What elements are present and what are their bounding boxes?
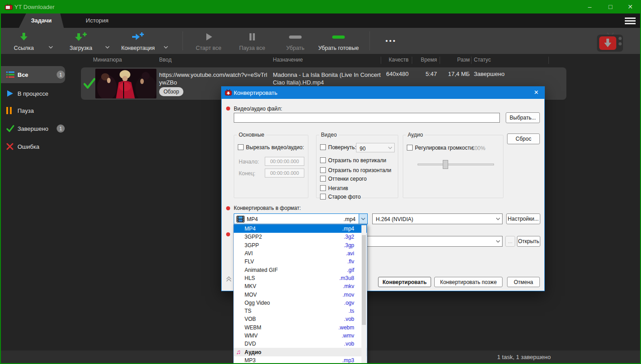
tab-history[interactable]: История: [76, 13, 119, 28]
format-option[interactable]: MP3.mp3: [234, 356, 367, 364]
reset-button[interactable]: Сброс: [507, 133, 540, 144]
open-folder-button[interactable]: Открыть: [517, 236, 540, 247]
quality-value: 640x480: [374, 71, 409, 77]
add-conversion-button[interactable]: Конвертация: [116, 28, 160, 54]
settings-button[interactable]: Настройки...: [506, 213, 540, 224]
volume-slider-handle[interactable]: [443, 160, 448, 169]
remove-button[interactable]: Убрать: [279, 28, 312, 54]
add-download-button[interactable]: Загрузка: [63, 28, 99, 54]
sidebar-item-error[interactable]: Ошибка: [1, 138, 73, 155]
group-video: Видео Повернуть: 90 Отразить по вертикал…: [316, 132, 398, 198]
chevron-down-icon: [386, 143, 394, 152]
format-option[interactable]: MKV.mkv: [234, 282, 367, 290]
format-option[interactable]: Animated GIF.gif: [234, 266, 367, 274]
column-header-destination[interactable]: Назначение: [273, 57, 303, 63]
file-path-input[interactable]: [234, 113, 500, 123]
group-audio-title: Аудио: [406, 132, 425, 138]
format-option[interactable]: AVI.avi: [234, 249, 367, 257]
rotate-checkbox[interactable]: [320, 144, 326, 150]
rotate-select[interactable]: 90: [356, 143, 395, 152]
dropdown-scrollbar[interactable]: [361, 225, 366, 364]
start-label: Начало:: [239, 159, 259, 165]
negative-checkbox[interactable]: [320, 185, 326, 191]
format-option[interactable]: MP4.mp4: [234, 225, 367, 233]
arrow-down-icon: [19, 31, 29, 42]
menu-icon[interactable]: [625, 17, 637, 25]
toolbar-separator: [369, 31, 370, 50]
column-header-size[interactable]: Разм: [442, 57, 470, 63]
start-time-input[interactable]: 00:00:00.000: [265, 157, 304, 166]
tab-tasks[interactable]: Задачи: [19, 13, 64, 28]
toolbar-separator: [183, 31, 183, 50]
format-option[interactable]: 3GPP.3gp: [234, 241, 367, 249]
sidebar-item-completed[interactable]: Завершено 1: [1, 120, 73, 137]
close-button[interactable]: ✕: [620, 0, 640, 13]
grayscale-checkbox[interactable]: [320, 176, 326, 182]
column-separator: [440, 57, 440, 64]
pause-all-button[interactable]: Пауза все: [233, 28, 272, 54]
old-photo-checkbox[interactable]: [320, 194, 326, 200]
cut-checkbox[interactable]: [238, 144, 244, 150]
remove-dash-icon: [289, 31, 302, 42]
pause-icon: [249, 31, 256, 42]
app-logo-icon: [5, 4, 13, 10]
column-header-thumbnail[interactable]: Миниатюра: [93, 57, 122, 63]
column-separator: [471, 57, 472, 64]
remove-completed-button[interactable]: Убрать готовые: [315, 28, 362, 54]
volume-checkbox[interactable]: [407, 145, 413, 151]
volume-slider-track[interactable]: [418, 164, 494, 165]
format-option[interactable]: TS.ts: [234, 307, 367, 315]
time-value: 5:47: [415, 71, 437, 77]
column-header-input[interactable]: Ввод: [159, 57, 172, 63]
group-basic: Основные Вырезать видео/аудио: Начало: 0…: [234, 132, 308, 198]
count-badge: 1: [57, 124, 65, 133]
sidebar-item-paused[interactable]: Пауза: [1, 102, 73, 119]
sidebar-item-label: Все: [18, 71, 28, 78]
format-option[interactable]: HLS.m3u8: [234, 274, 367, 282]
collapse-chevrons-icon[interactable]: [225, 275, 232, 284]
cancel-button[interactable]: Отмена: [507, 277, 540, 287]
start-all-button[interactable]: Старт все: [190, 28, 227, 54]
format-option[interactable]: Ogg Video.ogv: [234, 299, 367, 307]
format-select[interactable]: MP4 .mp4: [234, 213, 368, 224]
choose-file-button[interactable]: Выбрать...: [506, 112, 540, 123]
add-link-button[interactable]: Ссылка: [6, 28, 41, 54]
download-arrow-icon: [603, 38, 612, 48]
format-option[interactable]: 3GPP2.3g2: [234, 233, 367, 241]
drop-target-logo-button[interactable]: [596, 31, 626, 53]
column-separator: [412, 57, 412, 64]
sidebar-item-all[interactable]: Все 1: [1, 66, 65, 83]
minimize-button[interactable]: –: [580, 0, 600, 13]
column-header-status[interactable]: Статус: [474, 57, 491, 63]
dialog-titlebar[interactable]: Конвертировать ✕: [221, 86, 545, 99]
flip-horizontal-checkbox[interactable]: [320, 167, 326, 173]
dialog-close-button[interactable]: ✕: [531, 89, 541, 97]
sidebar-item-in-progress[interactable]: В процессе: [1, 85, 73, 102]
format-option[interactable]: DVD.vob: [234, 340, 367, 348]
browse-output-button[interactable]: ...: [505, 236, 515, 247]
browse-button[interactable]: Обзор: [159, 87, 183, 96]
conversion-dropdown-chevron-icon[interactable]: [160, 44, 172, 50]
download-dropdown-chevron-icon[interactable]: [102, 44, 113, 50]
format-option[interactable]: VOB.vob: [234, 315, 367, 323]
link-dropdown-chevron-icon[interactable]: [45, 44, 57, 50]
format-option[interactable]: WMV.wmv: [234, 332, 367, 340]
column-header-time[interactable]: Время: [415, 57, 437, 63]
arrow-right-plus-icon: [131, 31, 145, 42]
list-all-icon: [6, 71, 14, 78]
sidebar-item-label: В процессе: [18, 90, 49, 97]
convert-later-button[interactable]: Конвертировать позже: [434, 277, 503, 287]
more-actions-button[interactable]: •••: [378, 28, 404, 54]
scrollbar-thumb[interactable]: [362, 235, 366, 325]
end-time-input[interactable]: 00:00:00.000: [265, 169, 304, 178]
required-bullet-icon: [226, 107, 230, 111]
format-option[interactable]: WEBM.webm: [234, 324, 367, 332]
format-option[interactable]: FLV.flv: [234, 257, 367, 266]
maximize-button[interactable]: □: [601, 0, 620, 13]
volume-value: 100%: [472, 145, 485, 151]
flip-vertical-checkbox[interactable]: [320, 157, 326, 163]
format-option[interactable]: MOV.mov: [234, 290, 367, 298]
codec-select[interactable]: H.264 (NVIDIA): [372, 213, 503, 224]
column-header-quality[interactable]: Качеств: [374, 57, 409, 63]
convert-button[interactable]: Конвертировать: [378, 277, 431, 287]
